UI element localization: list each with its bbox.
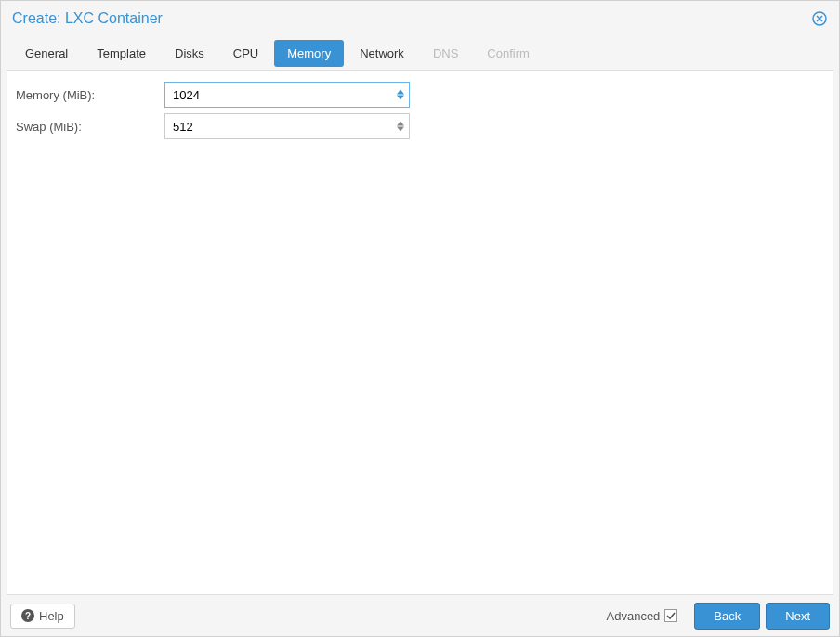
tab-content: Memory (MiB): Swap (MiB): <box>7 70 833 595</box>
memory-spinner[interactable] <box>397 90 404 100</box>
dialog-header: Create: LXC Container <box>1 1 839 36</box>
memory-input[interactable] <box>164 82 410 108</box>
dialog-footer: ? Help Advanced Back Next <box>1 595 839 636</box>
help-icon: ? <box>21 609 34 622</box>
wizard-tabs: General Template Disks CPU Memory Networ… <box>1 36 839 70</box>
tab-template[interactable]: Template <box>84 40 159 67</box>
advanced-label: Advanced <box>607 609 661 623</box>
swap-label: Swap (MiB): <box>16 120 164 134</box>
advanced-toggle[interactable]: Advanced <box>607 609 678 623</box>
help-button[interactable]: ? Help <box>10 604 75 629</box>
help-label: Help <box>39 609 64 623</box>
swap-spinner[interactable] <box>397 122 404 132</box>
next-button[interactable]: Next <box>766 603 830 630</box>
tab-network[interactable]: Network <box>347 40 417 67</box>
advanced-checkbox[interactable] <box>664 609 677 622</box>
tab-memory[interactable]: Memory <box>274 40 344 67</box>
swap-input[interactable] <box>164 113 410 139</box>
chevron-up-icon[interactable] <box>397 122 404 126</box>
back-button[interactable]: Back <box>694 603 760 630</box>
create-lxc-dialog: Create: LXC Container General Template D… <box>0 0 840 637</box>
memory-input-wrap <box>164 82 410 108</box>
swap-input-wrap <box>164 113 410 139</box>
memory-label: Memory (MiB): <box>16 88 164 102</box>
swap-row: Swap (MiB): <box>16 113 824 139</box>
tab-general[interactable]: General <box>12 40 81 67</box>
chevron-up-icon[interactable] <box>397 90 404 95</box>
memory-row: Memory (MiB): <box>16 82 824 108</box>
tab-cpu[interactable]: CPU <box>220 40 271 67</box>
chevron-down-icon[interactable] <box>397 96 404 100</box>
tab-dns: DNS <box>420 40 471 67</box>
chevron-down-icon[interactable] <box>397 127 404 132</box>
close-icon[interactable] <box>811 10 828 27</box>
tab-confirm: Confirm <box>474 40 543 67</box>
dialog-title: Create: LXC Container <box>12 10 163 27</box>
tab-disks[interactable]: Disks <box>162 40 217 67</box>
